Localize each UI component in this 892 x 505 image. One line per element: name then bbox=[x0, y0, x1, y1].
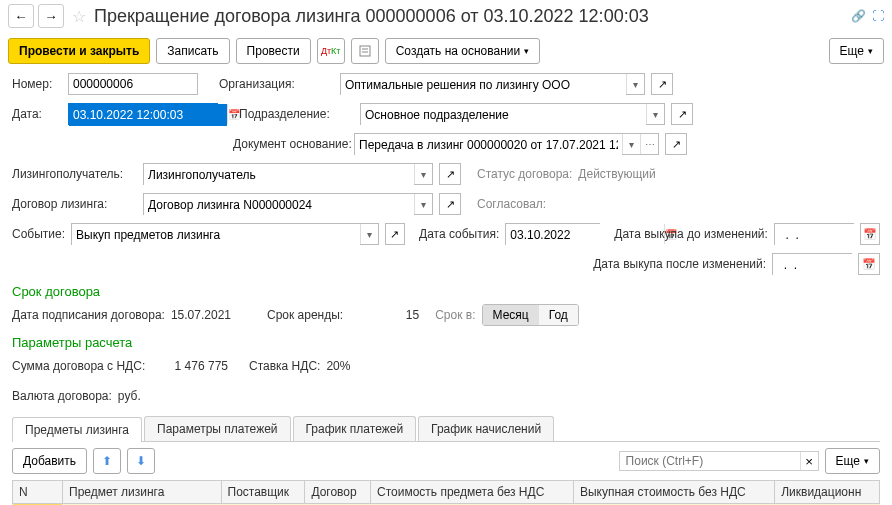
back-button[interactable]: ← bbox=[8, 4, 34, 28]
page-title: Прекращение договора лизинга 000000006 о… bbox=[94, 6, 847, 27]
buyout-after-label: Дата выкупа после изменений: bbox=[593, 257, 766, 271]
currency-value: руб. bbox=[118, 389, 141, 403]
lessee-dropdown-icon[interactable]: ▾ bbox=[414, 164, 432, 184]
vat-value: 20% bbox=[326, 359, 350, 373]
event-open-button[interactable]: ↗ bbox=[385, 223, 405, 245]
buyout-before-label: Дата выкупа до изменений: bbox=[614, 227, 768, 241]
contract-open-button[interactable]: ↗ bbox=[439, 193, 461, 215]
create-based-button[interactable]: Создать на основании bbox=[385, 38, 541, 64]
term-month-toggle[interactable]: Месяц bbox=[483, 305, 539, 325]
scan-icon[interactable]: ⛶ bbox=[872, 9, 884, 23]
doc-base-dropdown-icon[interactable]: ▾ bbox=[622, 134, 640, 154]
dept-dropdown-icon[interactable]: ▾ bbox=[646, 104, 664, 124]
move-down-button[interactable]: ⬇ bbox=[127, 448, 155, 474]
dept-input[interactable] bbox=[361, 104, 646, 126]
event-date-label: Дата события: bbox=[419, 227, 499, 241]
vat-label: Ставка НДС: bbox=[249, 359, 320, 373]
currency-label: Валюта договора: bbox=[12, 389, 112, 403]
event-label: Событие: bbox=[12, 227, 65, 241]
doc-base-select-icon[interactable]: ⋯ bbox=[640, 134, 658, 154]
sum-value: 1 476 775 bbox=[158, 359, 228, 373]
dept-label: Подразделение: bbox=[239, 107, 354, 121]
tab-pay-schedule[interactable]: График платежей bbox=[293, 416, 417, 441]
date-label: Дата: bbox=[12, 107, 62, 121]
move-up-button[interactable]: ⬆ bbox=[93, 448, 121, 474]
sign-date-label: Дата подписания договора: bbox=[12, 308, 165, 322]
rent-term-label: Срок аренды: bbox=[267, 308, 343, 322]
post-and-close-button[interactable]: Провести и закрыть bbox=[8, 38, 150, 64]
svg-rect-0 bbox=[360, 46, 370, 56]
lessee-open-button[interactable]: ↗ bbox=[439, 163, 461, 185]
number-input[interactable] bbox=[68, 73, 198, 95]
search-input[interactable] bbox=[620, 452, 800, 470]
term-year-toggle[interactable]: Год bbox=[539, 305, 578, 325]
col-supplier[interactable]: Поставщик bbox=[221, 481, 305, 504]
col-item[interactable]: Предмет лизинга bbox=[63, 481, 222, 504]
rent-term-value: 15 bbox=[379, 308, 419, 322]
dtkt-button[interactable]: ДтКт bbox=[317, 38, 345, 64]
doc-base-input[interactable] bbox=[355, 134, 622, 156]
more-button[interactable]: Еще bbox=[829, 38, 884, 64]
lessee-input[interactable] bbox=[144, 164, 414, 186]
post-button[interactable]: Провести bbox=[236, 38, 311, 64]
status-label: Статус договора: bbox=[477, 167, 572, 181]
lessee-label: Лизингополучатель: bbox=[12, 167, 137, 181]
date-input[interactable] bbox=[69, 104, 227, 126]
add-button[interactable]: Добавить bbox=[12, 448, 87, 474]
contract-dropdown-icon[interactable]: ▾ bbox=[414, 194, 432, 214]
org-dropdown-icon[interactable]: ▾ bbox=[626, 74, 644, 94]
event-input[interactable] bbox=[72, 224, 360, 246]
tab-items[interactable]: Предметы лизинга bbox=[12, 417, 142, 442]
col-contract[interactable]: Договор bbox=[305, 481, 371, 504]
org-open-button[interactable]: ↗ bbox=[651, 73, 673, 95]
buyout-before-calendar-icon[interactable]: 📅 bbox=[860, 223, 880, 245]
table-more-button[interactable]: Еще bbox=[825, 448, 880, 474]
term-in-label: Срок в: bbox=[435, 308, 475, 322]
dept-open-button[interactable]: ↗ bbox=[671, 103, 693, 125]
org-input[interactable] bbox=[341, 74, 626, 96]
col-buyout[interactable]: Выкупная стоимость без НДС bbox=[573, 481, 774, 504]
doc-base-label: Документ основание: bbox=[233, 137, 348, 151]
sign-date-value: 15.07.2021 bbox=[171, 308, 231, 322]
save-button[interactable]: Записать bbox=[156, 38, 229, 64]
tab-accr-schedule[interactable]: График начислений bbox=[418, 416, 554, 441]
term-section-title: Срок договора bbox=[12, 284, 880, 299]
buyout-after-calendar-icon[interactable]: 📅 bbox=[858, 253, 880, 275]
number-label: Номер: bbox=[12, 77, 62, 91]
calc-section-title: Параметры расчета bbox=[12, 335, 880, 350]
approved-label: Согласовал: bbox=[477, 197, 546, 211]
search-clear-icon[interactable]: × bbox=[800, 452, 818, 470]
contract-label: Договор лизинга: bbox=[12, 197, 137, 211]
favorite-icon[interactable]: ☆ bbox=[72, 7, 86, 26]
tab-payments[interactable]: Параметры платежей bbox=[144, 416, 291, 441]
report-button[interactable] bbox=[351, 38, 379, 64]
doc-base-open-button[interactable]: ↗ bbox=[665, 133, 687, 155]
org-label: Организация: bbox=[219, 77, 334, 91]
link-icon[interactable]: 🔗 bbox=[851, 9, 866, 23]
col-liquid[interactable]: Ликвидационн bbox=[775, 481, 880, 504]
sum-label: Сумма договора с НДС: bbox=[12, 359, 152, 373]
contract-input[interactable] bbox=[144, 194, 414, 216]
col-n[interactable]: N bbox=[13, 481, 63, 504]
status-value: Действующий bbox=[578, 167, 655, 181]
event-dropdown-icon[interactable]: ▾ bbox=[360, 224, 378, 244]
forward-button[interactable]: → bbox=[38, 4, 64, 28]
col-cost[interactable]: Стоимость предмета без НДС bbox=[371, 481, 574, 504]
